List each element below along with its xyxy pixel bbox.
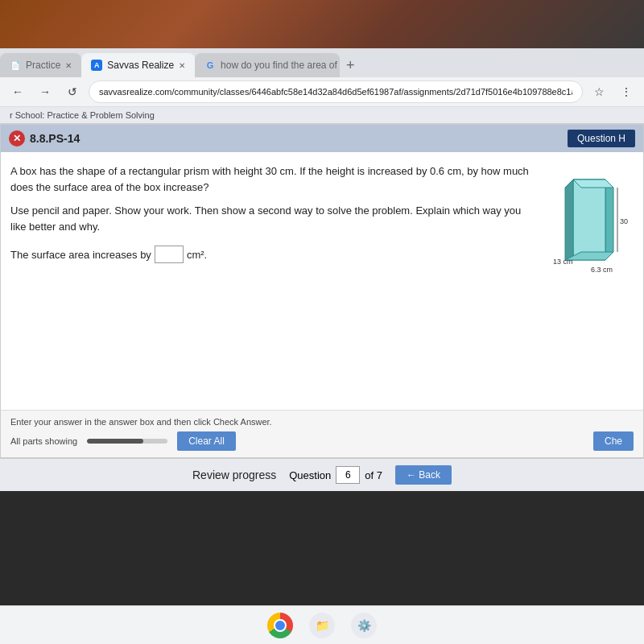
address-input[interactable]	[89, 80, 583, 103]
bottom-nav: Review progress Question of 7 ← Back	[0, 458, 644, 491]
address-bar-row: ← → ↺ ☆ ⋮	[0, 77, 644, 107]
tab-google[interactable]: G how do you find the area of a pri ✕	[195, 53, 340, 77]
svg-text:6.3 cm: 6.3 cm	[591, 266, 613, 274]
breadcrumb-text: r School: Practice & Problem Solving	[10, 110, 155, 120]
box-illustration: 30 cm 13 cm 6.3 cm	[545, 163, 634, 302]
of-total-label: of 7	[365, 469, 382, 481]
svg-text:30 cm: 30 cm	[620, 217, 630, 225]
question-label: Question	[289, 469, 331, 481]
footer-instruction: Enter your answer in the answer box and …	[10, 417, 634, 427]
review-progress-button[interactable]: Review progress	[192, 469, 276, 481]
instruction-text: Use pencil and paper. Show your work. Th…	[10, 203, 535, 234]
tab-google-icon: G	[204, 60, 216, 71]
answer-prefix: The surface area increases by	[10, 249, 151, 261]
svg-marker-2	[573, 180, 605, 260]
clear-all-button[interactable]: Clear All	[177, 431, 236, 451]
back-nav-button[interactable]: ←	[6, 80, 29, 103]
tab-savvas[interactable]: A Savvas Realize ✕	[81, 53, 195, 77]
svg-text:13 cm: 13 cm	[553, 258, 573, 266]
question-container: ✕ 8.8.PS-14 Question H A box has the sha…	[0, 124, 644, 458]
incorrect-icon: ✕	[9, 130, 25, 147]
question-body: A box has the shape of a rectangular pri…	[1, 152, 643, 313]
back-button[interactable]: ← Back	[395, 465, 452, 485]
bookmark-button[interactable]: ☆	[588, 80, 610, 103]
svg-marker-3	[565, 180, 573, 260]
forward-nav-button[interactable]: →	[34, 80, 56, 103]
tab-practice-label: Practice	[26, 60, 60, 71]
tab-bar: 📄 Practice ✕ A Savvas Realize ✕ G how do…	[0, 48, 644, 77]
question-text-area: A box has the shape of a rectangular pri…	[10, 163, 535, 302]
question-number-input[interactable]	[336, 466, 360, 484]
answer-suffix: cm².	[187, 249, 207, 261]
browser-taskbar: 📁 ⚙️	[0, 605, 644, 644]
work-area	[1, 313, 643, 410]
question-id-group: ✕ 8.8.PS-14	[9, 130, 80, 147]
check-answer-button[interactable]: Che	[593, 431, 634, 451]
reload-button[interactable]: ↺	[61, 80, 84, 103]
footer-area: Enter your answer in the answer box and …	[1, 410, 643, 457]
tab-google-label: how do you find the area of a pri	[221, 60, 340, 71]
question-id-label: 8.8.PS-14	[30, 132, 80, 145]
question-header: ✕ 8.8.PS-14 Question H	[1, 125, 643, 152]
answer-line: The surface area increases by cm².	[10, 246, 535, 263]
progress-bar-container	[87, 439, 167, 444]
new-tab-button[interactable]: +	[340, 53, 361, 77]
tab-savvas-close[interactable]: ✕	[179, 61, 185, 70]
question-help-button[interactable]: Question H	[568, 130, 635, 147]
progress-bar-fill	[87, 439, 143, 444]
tab-practice-close[interactable]: ✕	[65, 61, 72, 70]
answer-input[interactable]	[155, 246, 184, 263]
footer-controls: All parts showing Clear All Che	[10, 431, 634, 451]
tab-practice-icon: 📄	[10, 60, 21, 71]
more-options-button[interactable]: ⋮	[615, 80, 638, 103]
question-text: A box has the shape of a rectangular pri…	[10, 163, 535, 195]
breadcrumb: r School: Practice & Problem Solving	[0, 107, 644, 124]
page-content: r School: Practice & Problem Solving ✕ 8…	[0, 107, 644, 491]
svg-marker-1	[605, 180, 613, 260]
tab-practice[interactable]: 📄 Practice ✕	[0, 53, 81, 77]
taskbar-icon-1[interactable]: 📁	[309, 613, 335, 638]
tab-savvas-icon: A	[91, 60, 102, 71]
tab-savvas-label: Savvas Realize	[107, 60, 174, 71]
all-parts-label: All parts showing	[10, 436, 77, 446]
taskbar-icon-2[interactable]: ⚙️	[351, 613, 377, 638]
prism-svg: 30 cm 13 cm 6.3 cm	[549, 171, 630, 276]
question-nav: Question of 7	[289, 466, 382, 484]
chrome-taskbar-icon[interactable]	[267, 613, 293, 638]
